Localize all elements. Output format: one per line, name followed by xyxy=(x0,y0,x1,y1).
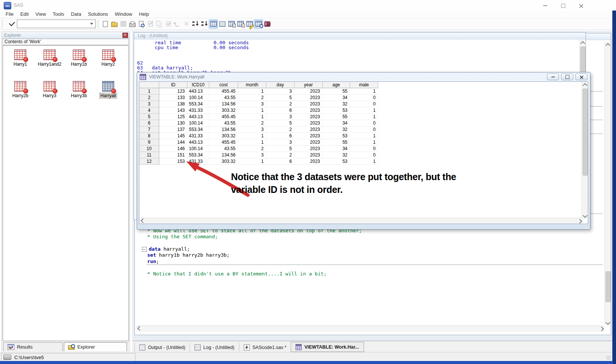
row-number-cell[interactable]: 10 xyxy=(139,146,159,152)
row-number-cell[interactable]: 8 xyxy=(139,133,159,139)
sort-ascending-button[interactable] xyxy=(191,20,200,29)
table-cell[interactable]: 2023 xyxy=(294,101,323,107)
scroll-up-button[interactable] xyxy=(582,82,588,88)
window-tab-output[interactable]: Output - (Untitled) xyxy=(134,343,190,352)
row-number-cell[interactable]: 9 xyxy=(139,139,159,146)
new-file-button[interactable] xyxy=(101,20,110,29)
table-cell[interactable]: 32 xyxy=(323,101,350,107)
menu-tools[interactable]: Tools xyxy=(49,11,67,17)
maximize-button[interactable] xyxy=(557,3,569,9)
command-combobox[interactable] xyxy=(17,20,96,28)
window-tab-viewtable[interactable]: VIEWTABLE: Work.Har... xyxy=(291,342,364,352)
table-cell[interactable]: 1 xyxy=(238,114,266,120)
dataset-harry2[interactable]: Harry2 xyxy=(95,49,122,77)
window-tab-editor[interactable]: SAScode1.sas * xyxy=(239,343,291,352)
table-cell[interactable]: 145 xyxy=(159,133,187,139)
table-cell[interactable]: 443.13 xyxy=(187,139,209,146)
table-cell[interactable]: 2023 xyxy=(294,133,323,139)
table-cell[interactable]: 2023 xyxy=(294,95,323,101)
cut-button[interactable] xyxy=(146,20,155,29)
dataset-harry1[interactable]: Harry1 xyxy=(7,49,34,77)
table-cell[interactable]: 6 xyxy=(266,158,294,165)
table-cell[interactable]: 553.34 xyxy=(187,126,209,133)
column-header-age[interactable]: age xyxy=(323,82,350,88)
table-cell[interactable]: 123 xyxy=(159,88,187,95)
scroll-down-button[interactable] xyxy=(605,319,611,325)
table-cell[interactable]: 455.45 xyxy=(209,88,238,95)
table-cell[interactable]: 6 xyxy=(266,133,294,139)
table-cell[interactable]: 2 xyxy=(266,152,294,158)
table-cell[interactable]: 55 xyxy=(323,88,350,95)
viewtable-window[interactable]: VIEWTABLE: Work.Harryall IDICD10costmont… xyxy=(137,72,590,230)
table-cell[interactable]: 3 xyxy=(238,101,266,107)
table-cell[interactable]: 2023 xyxy=(294,139,323,146)
row-number-cell[interactable]: 11 xyxy=(139,152,159,158)
table-cell[interactable]: 3 xyxy=(238,152,266,158)
table-cell[interactable]: 3 xyxy=(266,88,294,95)
undo-button[interactable] xyxy=(173,20,182,29)
editor-horizontal-scrollbar[interactable] xyxy=(136,325,604,332)
table-cell[interactable]: 32 xyxy=(323,126,350,133)
table-cell[interactable]: 1 xyxy=(350,88,378,95)
resize-grip[interactable] xyxy=(606,355,611,360)
table-view-button[interactable] xyxy=(209,20,218,29)
table-cell[interactable]: 3 xyxy=(266,114,294,120)
table-cell[interactable]: 303.32 xyxy=(209,107,238,114)
results-tab[interactable]: Results xyxy=(3,342,63,351)
table-cell[interactable]: 2023 xyxy=(294,114,323,120)
table-cell[interactable]: 137 xyxy=(159,126,187,133)
collapse-toggle[interactable] xyxy=(142,247,147,252)
table-cell[interactable]: 151 xyxy=(159,152,187,158)
table-cell[interactable]: 43.55 xyxy=(209,146,238,152)
viewtable-minimize-button[interactable] xyxy=(547,74,559,80)
table-cell[interactable]: 143 xyxy=(159,107,187,114)
table-cell[interactable]: 5 xyxy=(266,146,294,152)
open-file-button[interactable] xyxy=(110,20,119,29)
row-number-header[interactable] xyxy=(139,82,159,88)
row-number-cell[interactable]: 6 xyxy=(139,120,159,126)
table-cell[interactable]: 1 xyxy=(238,139,266,146)
table-cell[interactable]: 2 xyxy=(238,120,266,126)
column-header-year[interactable]: year xyxy=(294,82,323,88)
window-tab-log[interactable]: Log - (Untitled) xyxy=(190,343,239,352)
menu-help[interactable]: Help xyxy=(136,11,152,17)
dataset-grid[interactable]: Harry1Harry1and2Harry1bHarry2Harry2bHarr… xyxy=(3,45,129,341)
form-view-button[interactable] xyxy=(218,20,227,29)
menu-edit[interactable]: Edit xyxy=(17,11,32,17)
table-cell[interactable]: 5 xyxy=(266,120,294,126)
menu-data[interactable]: Data xyxy=(68,11,85,17)
table-cell[interactable]: 134.56 xyxy=(209,101,238,107)
table-cell[interactable]: 2023 xyxy=(294,120,323,126)
explorer-close-button[interactable] xyxy=(122,33,128,38)
viewtable-close-button[interactable] xyxy=(575,74,587,80)
table-cell[interactable]: 133 xyxy=(159,95,187,101)
table-cell[interactable]: 431.33 xyxy=(187,107,209,114)
scroll-left-button[interactable] xyxy=(139,218,145,224)
table-cell[interactable]: 134.56 xyxy=(209,126,238,133)
viewtable-titlebar[interactable]: VIEWTABLE: Work.Harryall xyxy=(137,73,590,81)
menu-file[interactable]: File xyxy=(2,11,17,17)
row-number-cell[interactable]: 3 xyxy=(139,101,159,107)
row-number-cell[interactable]: 1 xyxy=(139,88,159,95)
table-cell[interactable]: 2023 xyxy=(294,88,323,95)
dataset-harryall[interactable]: Harryall xyxy=(95,80,122,109)
table-cell[interactable]: 1 xyxy=(350,107,378,114)
table-cell[interactable]: 1 xyxy=(350,139,378,146)
delete-button[interactable] xyxy=(182,20,191,29)
command-submit-button[interactable] xyxy=(7,20,17,28)
minimize-button[interactable] xyxy=(539,3,551,9)
table-cell[interactable]: 1 xyxy=(350,158,378,165)
dataset-harry1and2[interactable]: Harry1and2 xyxy=(36,49,63,77)
editor-vertical-scrollbar[interactable] xyxy=(604,42,611,325)
table-cell[interactable]: 100.14 xyxy=(187,95,209,101)
dataset-harry3b[interactable]: Harry3b xyxy=(65,80,92,109)
table-cell[interactable]: 6 xyxy=(266,107,294,114)
table-cell[interactable]: 5 xyxy=(266,95,294,101)
table-cell[interactable]: 2 xyxy=(238,146,266,152)
table-cell[interactable]: 2023 xyxy=(294,146,323,152)
table-cell[interactable]: 43.55 xyxy=(209,95,238,101)
copy-table-button[interactable] xyxy=(227,20,236,29)
table-cell[interactable]: 100.14 xyxy=(187,120,209,126)
table-cell[interactable]: 2 xyxy=(266,101,294,107)
sort-descending-button[interactable] xyxy=(200,20,209,29)
